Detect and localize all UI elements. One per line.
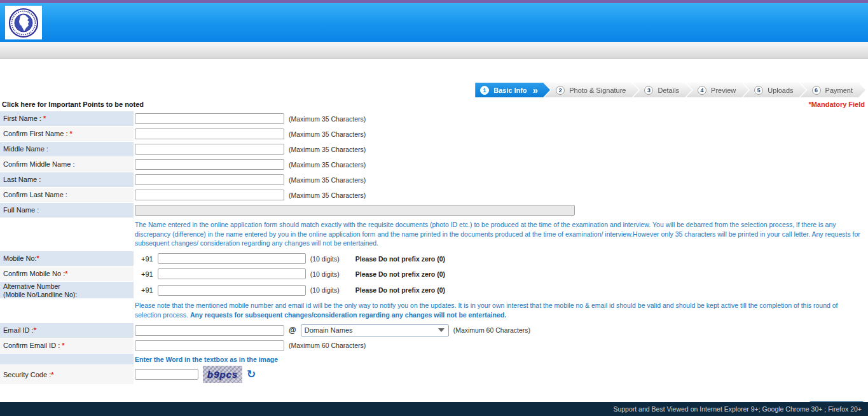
- tab-payment[interactable]: 6 Payment: [801, 83, 865, 97]
- tab-details[interactable]: 3 Details: [633, 83, 692, 97]
- phone-prefix: +91: [141, 255, 153, 263]
- important-points-link[interactable]: Click here for Important Points to be no…: [2, 101, 144, 108]
- form-row-captcha-instruction: Enter the Word in the textbox as in the …: [0, 354, 868, 364]
- tab-uploads[interactable]: 5 Uploads: [743, 83, 806, 97]
- at-symbol: @: [289, 326, 296, 335]
- full-name-input: [135, 205, 575, 216]
- form-row-middle-name: Middle Name : (Maximum 35 Characters): [0, 142, 868, 156]
- form-row-first-name: First Name : * (Maximum 35 Characters): [0, 111, 868, 126]
- application-form-page: 1 Basic Info » 2 Photo & Signature 3 Det…: [0, 0, 868, 416]
- mobile-input[interactable]: [158, 253, 306, 264]
- required-asterisk: *: [43, 114, 46, 122]
- subheader-line: Click here for Important Points to be no…: [0, 97, 868, 111]
- confirm-first-name-input[interactable]: [135, 128, 284, 139]
- alt-number-input[interactable]: [158, 285, 306, 296]
- max-chars-hint: (Maximum 60 Characters): [289, 342, 366, 349]
- basic-info-form: First Name : * (Maximum 35 Characters) C…: [0, 111, 868, 384]
- confirm-last-name-label: Confirm Last Name :: [0, 188, 134, 202]
- last-name-input[interactable]: [135, 174, 284, 185]
- domain-names-dropdown[interactable]: Domain Names: [301, 324, 449, 336]
- confirm-mobile-input[interactable]: [158, 268, 306, 279]
- step-number-badge: 6: [812, 86, 821, 95]
- step-number-badge: 1: [480, 86, 489, 95]
- form-row-security-code: Security Code :* b9pcs ↻: [0, 365, 868, 384]
- digits-hint: (10 digits): [310, 255, 340, 263]
- email-input[interactable]: [135, 325, 284, 336]
- step-label: Details: [658, 87, 679, 94]
- form-row-confirm-middle-name: Confirm Middle Name : (Maximum 35 Charac…: [0, 157, 868, 172]
- step-number-badge: 4: [698, 86, 706, 95]
- middle-name-label: Middle Name :: [0, 142, 134, 156]
- active-step-arrows-icon: »: [533, 85, 537, 95]
- confirm-email-input[interactable]: [135, 340, 284, 351]
- confirm-mobile-label: Confirm Mobile No :*: [0, 267, 134, 281]
- required-asterisk: *: [51, 371, 53, 378]
- institute-logo: [5, 6, 42, 39]
- form-row-confirm-first-name: Confirm First Name : * (Maximum 35 Chara…: [0, 127, 868, 141]
- first-name-label: First Name : *: [0, 111, 134, 126]
- footer-bar: Support and Best Viewed on Internet Expl…: [0, 402, 868, 416]
- header-shadow-bar: [0, 42, 868, 59]
- form-row-confirm-email: Confirm Email ID : * (Maximum 60 Charact…: [0, 338, 868, 353]
- max-chars-hint: (Maximum 60 Characters): [453, 326, 530, 334]
- required-asterisk: *: [37, 254, 39, 262]
- confirm-middle-name-input[interactable]: [135, 159, 284, 170]
- tab-preview[interactable]: 4 Preview: [686, 83, 748, 97]
- step-label: Payment: [825, 87, 853, 94]
- middle-name-input[interactable]: [135, 144, 284, 155]
- chevron-down-icon: [438, 328, 444, 332]
- institute-seal-icon: [8, 8, 39, 38]
- mandatory-field-note: *Mandatory Field: [808, 101, 865, 108]
- required-asterisk: *: [62, 342, 64, 349]
- step-label: Uploads: [768, 87, 793, 94]
- mobile-label: Mobile No:*: [0, 251, 134, 266]
- no-zero-warning: Please Do not prefix zero (0): [355, 255, 445, 263]
- tab-photo-signature[interactable]: 2 Photo & Signature: [544, 83, 638, 97]
- captcha-refresh-icon[interactable]: ↻: [247, 369, 256, 380]
- no-zero-warning: Please Do not prefix zero (0): [355, 286, 445, 294]
- phone-prefix: +91: [141, 270, 153, 278]
- header-banner: [0, 3, 868, 42]
- mobile-note-bold-part: Any requests for subsequent changes/cons…: [190, 311, 506, 319]
- no-zero-warning: Please Do not prefix zero (0): [355, 270, 445, 278]
- browser-support-note: Support and Best Viewed on Internet Expl…: [613, 405, 862, 413]
- max-chars-hint: (Maximum 35 Characters): [289, 115, 366, 123]
- required-asterisk: *: [70, 130, 72, 137]
- form-row-confirm-mobile: Confirm Mobile No :* +91 (10 digits) Ple…: [0, 267, 868, 281]
- step-label: Photo & Signature: [569, 87, 626, 94]
- form-row-email: Email ID :* @ Domain Names (Maximum 60 C…: [0, 323, 868, 338]
- max-chars-hint: (Maximum 35 Characters): [289, 130, 366, 138]
- phone-prefix: +91: [141, 286, 153, 294]
- max-chars-hint: (Maximum 35 Characters): [289, 176, 366, 184]
- step-label: Basic Info: [493, 87, 527, 94]
- tab-basic-info[interactable]: 1 Basic Info »: [475, 83, 550, 97]
- step-number-badge: 2: [556, 86, 565, 95]
- required-asterisk: *: [65, 270, 67, 277]
- first-name-input[interactable]: [135, 113, 284, 124]
- full-name-label: Full Name :: [0, 203, 134, 218]
- captcha-instruction: Enter the Word in the textbox as in the …: [135, 354, 278, 363]
- step-number-badge: 3: [644, 86, 653, 95]
- security-code-input[interactable]: [135, 369, 198, 380]
- required-asterisk: *: [34, 326, 36, 334]
- confirm-last-name-input[interactable]: [135, 190, 284, 200]
- mobile-email-note: Please note that the mentioned mobile nu…: [0, 299, 868, 322]
- confirm-email-label: Confirm Email ID : *: [0, 338, 134, 353]
- form-row-alt-number: Alternative Number (Mobile No/Landline N…: [0, 282, 868, 298]
- email-label: Email ID :*: [0, 323, 134, 338]
- domain-dropdown-value: Domain Names: [305, 326, 353, 334]
- form-row-full-name: Full Name :: [0, 203, 868, 218]
- digits-hint: (10 digits): [310, 270, 340, 278]
- max-chars-hint: (Maximum 35 Characters): [289, 191, 366, 199]
- form-row-confirm-last-name: Confirm Last Name : (Maximum 35 Characte…: [0, 188, 868, 202]
- confirm-first-name-label: Confirm First Name : *: [0, 127, 134, 141]
- step-label: Preview: [711, 87, 736, 94]
- progress-steps: 1 Basic Info » 2 Photo & Signature 3 Det…: [0, 83, 865, 97]
- form-row-mobile: Mobile No:* +91 (10 digits) Please Do no…: [0, 251, 868, 266]
- step-number-badge: 5: [754, 86, 763, 95]
- form-row-last-name: Last Name : (Maximum 35 Characters): [0, 172, 868, 187]
- alt-number-label: Alternative Number (Mobile No/Landline N…: [0, 282, 134, 298]
- last-name-label: Last Name :: [0, 172, 134, 187]
- max-chars-hint: (Maximum 35 Characters): [289, 146, 366, 153]
- max-chars-hint: (Maximum 35 Characters): [289, 161, 366, 169]
